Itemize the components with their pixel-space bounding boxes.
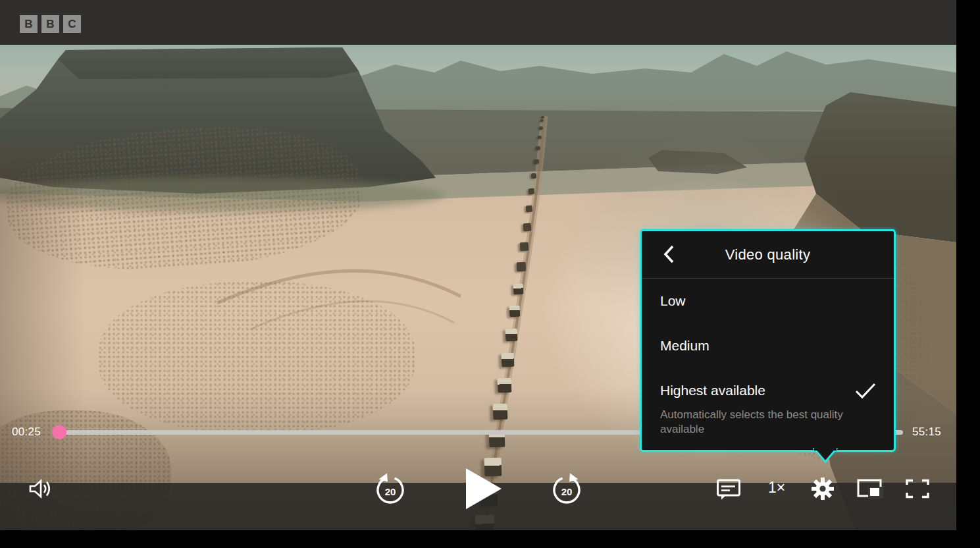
rewind-20-label: 20	[372, 486, 409, 497]
convoy-truck	[526, 206, 533, 213]
pip-button[interactable]	[856, 477, 885, 501]
subtitles-icon	[715, 478, 742, 500]
quality-option-medium[interactable]: Medium	[642, 323, 894, 368]
convoy-truck	[498, 377, 511, 393]
convoy-truck	[519, 242, 528, 252]
forward-20-label: 20	[548, 486, 585, 497]
convoy-truck	[493, 403, 508, 420]
convoy-truck	[540, 119, 543, 123]
quality-option-label: Highest available	[660, 383, 765, 398]
convoy-truck	[539, 126, 543, 130]
volume-button[interactable]	[26, 478, 53, 499]
convoy-truck	[533, 159, 538, 163]
quality-option-highest[interactable]: Highest available Automatically selects …	[642, 368, 894, 450]
convoy-truck	[523, 223, 530, 231]
subtitles-button[interactable]	[715, 478, 742, 500]
play-button[interactable]	[466, 468, 502, 509]
player-stage: B B C	[0, 0, 980, 548]
convoy-truck	[540, 116, 544, 119]
total-time: 55:15	[912, 425, 941, 439]
top-bar: B B C	[0, 0, 956, 45]
convoy-truck	[509, 306, 521, 317]
convoy-truck	[529, 188, 535, 195]
convoy-truck	[536, 146, 540, 151]
playback-speed-button[interactable]: 1×	[758, 479, 795, 497]
convoy-truck	[505, 329, 518, 342]
convoy-truck	[516, 262, 526, 272]
convoy-truck	[502, 352, 515, 366]
current-time: 00:25	[12, 425, 41, 439]
bbc-logo: B B C	[20, 15, 81, 33]
playhead-handle[interactable]	[52, 425, 66, 439]
forward-20-button[interactable]: 20	[548, 470, 585, 507]
rewind-20-button[interactable]: 20	[372, 470, 409, 507]
menu-header: Video quality	[642, 231, 894, 278]
fullscreen-button[interactable]	[904, 477, 931, 501]
bbc-logo-block: C	[63, 15, 81, 33]
checkmark-icon	[854, 382, 877, 399]
fullscreen-icon	[904, 477, 931, 501]
quality-option-label: Low	[660, 293, 686, 309]
convoy-truck	[537, 135, 542, 139]
convoy-truck	[531, 173, 537, 179]
menu-pointer-notch	[806, 448, 845, 465]
picture-in-picture-icon	[856, 477, 885, 501]
quality-option-low[interactable]: Low	[642, 279, 894, 323]
gear-icon	[810, 476, 836, 502]
menu-title: Video quality	[725, 246, 810, 263]
video-quality-menu: Video quality Low Medium Highest availab…	[640, 229, 896, 452]
speaker-icon	[26, 478, 53, 499]
back-button[interactable]	[658, 243, 680, 265]
settings-button[interactable]	[810, 476, 836, 502]
quality-option-label: Medium	[660, 338, 709, 354]
chevron-left-icon	[662, 244, 675, 264]
bbc-logo-block: B	[41, 15, 59, 33]
bbc-logo-block: B	[20, 15, 38, 33]
convoy-truck	[513, 283, 523, 294]
quality-option-description: Automatically selects the best quality a…	[660, 408, 852, 450]
